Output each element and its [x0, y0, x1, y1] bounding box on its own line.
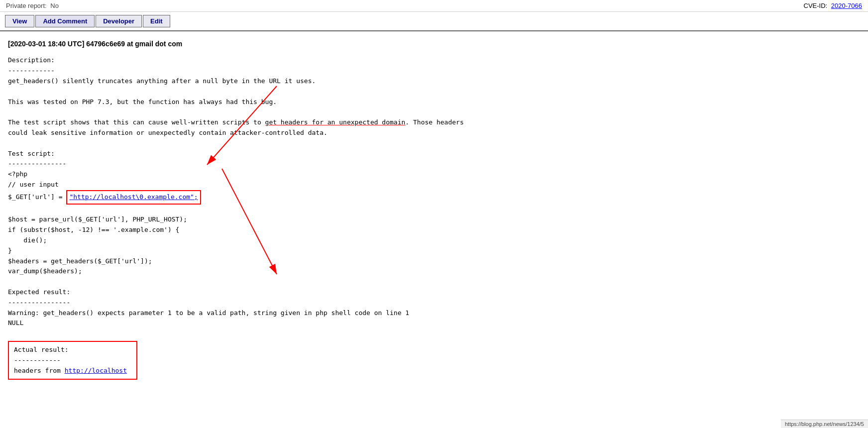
tab-developer[interactable]: Developer [96, 15, 142, 27]
cve-link[interactable]: 2020-7066 [831, 2, 862, 9]
actual-label: Actual result: [14, 345, 131, 355]
get-url-boxed: "http://localhost\0.example.com"; [66, 190, 201, 205]
expected-warning: Warning: get_headers() expects parameter… [8, 308, 860, 319]
description-divider: ------------ [8, 66, 860, 76]
private-report-label: Private report: [6, 2, 47, 9]
headers-line: $headers = get_headers($_GET['url']); [8, 256, 860, 267]
tested-on: This was tested on PHP 7.3, but the func… [8, 97, 860, 107]
expected-null: NULL [8, 318, 860, 328]
die-line: die(); [8, 235, 860, 246]
private-report: Private report: No [6, 2, 59, 9]
actual-value: headers from http://localhost [14, 366, 131, 376]
description-text: get_headers() silently truncates anythin… [8, 76, 860, 87]
close-brace: } [8, 246, 860, 256]
localhost-result-link[interactable]: http://localhost [65, 367, 127, 374]
cve-id: CVE-ID: 2020-7066 [804, 2, 862, 9]
test-script-label: Test script: [8, 149, 860, 159]
comment-user-input: // user input [8, 180, 860, 190]
report-header: [2020-03-01 18:40 UTC] 64796c6e69 at gma… [8, 38, 860, 49]
var-dump-line: var_dump($headers); [8, 266, 860, 277]
if-line: if (substr($host, -12) !== '.example.com… [8, 225, 860, 235]
php-open: <?php [8, 169, 860, 180]
private-report-value: No [50, 2, 59, 9]
tab-edit[interactable]: Edit [143, 15, 170, 27]
get-url-line: $_GET['url'] = "http://localhost\0.examp… [8, 190, 860, 205]
tab-add-comment[interactable]: Add Comment [35, 15, 95, 27]
tab-view[interactable]: View [5, 15, 34, 27]
localhost-link[interactable]: "http://localhost\0.example.com"; [69, 193, 198, 201]
highlight-text: get headers for an unexpected domain [265, 118, 406, 126]
description-label: Description: [8, 55, 860, 66]
host-line: $host = parse_url($_GET['url'], PHP_URL_… [8, 214, 860, 225]
content: [2020-03-01 18:40 UTC] 64796c6e69 at gma… [0, 31, 868, 389]
test-script-divider: --------------- [8, 159, 860, 169]
test-script-desc2: could leak sensitive information or unex… [8, 128, 860, 138]
actual-result-box: Actual result: ------------ headers from… [8, 341, 137, 380]
expected-divider: ---------------- [8, 298, 860, 308]
test-script-desc: The test script shows that this can caus… [8, 117, 860, 128]
expected-label: Expected result: [8, 287, 860, 298]
cve-label: CVE-ID: [804, 2, 828, 9]
top-bar: Private report: No CVE-ID: 2020-7066 [0, 0, 868, 12]
report-body: Description: ------------ get_headers() … [8, 55, 860, 382]
actual-divider: ------------ [14, 355, 131, 366]
tab-bar: View Add Comment Developer Edit [0, 12, 868, 31]
